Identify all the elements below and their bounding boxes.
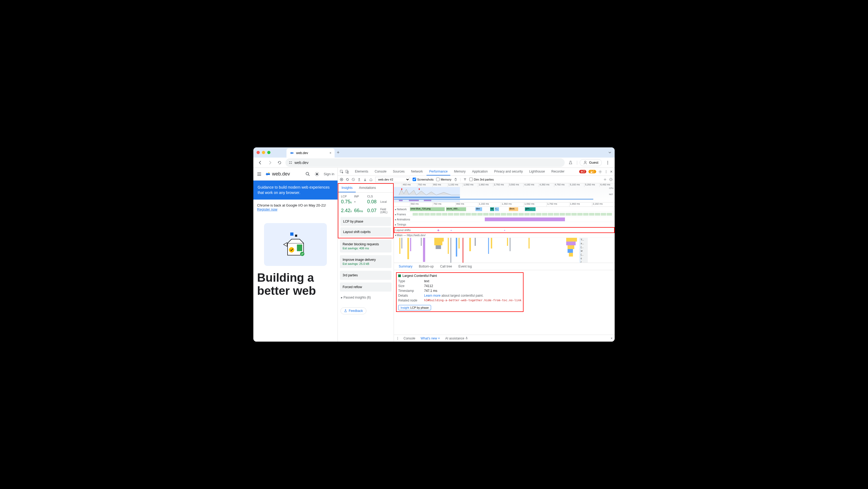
network-request[interactable]: ature_480... bbox=[446, 207, 466, 211]
devtools-tab-network[interactable]: Network bbox=[408, 168, 426, 175]
perf-timeline-panel: 492 ms792 ms992 ms1,192 ms1,592 ms1,992 … bbox=[394, 183, 615, 342]
kebab-icon[interactable] bbox=[604, 170, 608, 174]
insight-layout-shift[interactable]: Layout shift culprits bbox=[340, 227, 391, 236]
memory-checkbox[interactable]: Memory bbox=[436, 178, 452, 181]
svg-point-27 bbox=[604, 179, 606, 180]
devtools-tab-elements[interactable]: Elements bbox=[352, 168, 371, 175]
browser-tab[interactable]: web.dev × bbox=[286, 148, 335, 157]
network-track-label[interactable]: ▸ Network bbox=[394, 207, 410, 211]
download-icon[interactable] bbox=[364, 178, 367, 181]
close-tab-icon[interactable]: × bbox=[330, 151, 331, 155]
main-thread-flame[interactable]: T... x... (... Iz (... c (... F s... E bbox=[394, 238, 615, 263]
browser-menu-icon[interactable] bbox=[604, 159, 612, 166]
perf-settings-icon[interactable] bbox=[603, 178, 607, 181]
drawer-menu-icon[interactable] bbox=[396, 337, 399, 340]
flame-chart[interactable]: 592 ms792 ms992 ms1,192 ms1,392 ms1,592 … bbox=[394, 202, 615, 263]
inspect-icon[interactable] bbox=[340, 170, 344, 174]
labs-icon[interactable] bbox=[567, 159, 574, 166]
reload-button[interactable] bbox=[276, 159, 283, 166]
timeline-overview[interactable]: 492 ms792 ms992 ms1,192 ms1,592 ms1,992 … bbox=[394, 183, 615, 202]
close-window-button[interactable] bbox=[256, 151, 260, 154]
insight-render-blocking[interactable]: Render blocking requests Est savings: 40… bbox=[340, 240, 392, 253]
frames-track-label[interactable]: ▸ Frames bbox=[394, 212, 410, 217]
close-devtools-icon[interactable]: × bbox=[610, 169, 613, 174]
devtools-tab-memory[interactable]: Memory bbox=[452, 168, 468, 175]
new-tab-button[interactable]: + bbox=[337, 150, 340, 155]
devtools-tab-lighthouse[interactable]: Lighthouse bbox=[526, 168, 548, 175]
io-link[interactable]: Register now bbox=[257, 207, 277, 211]
back-button[interactable] bbox=[256, 159, 264, 166]
drawer-whatsnew-tab[interactable]: What's new × bbox=[420, 336, 441, 341]
error-count-badge[interactable]: ⊗2 bbox=[579, 170, 587, 173]
svg-rect-45 bbox=[434, 241, 442, 245]
svg-rect-41 bbox=[410, 238, 411, 251]
insight-3rd-parties[interactable]: 3rd parties bbox=[340, 271, 392, 280]
guest-profile-button[interactable]: Guest bbox=[580, 159, 602, 166]
insight-image-delivery[interactable]: Improve image delivery Est savings: 25.0… bbox=[340, 255, 392, 268]
drawer-close-icon[interactable]: × bbox=[611, 337, 613, 340]
help-icon[interactable]: ? bbox=[609, 178, 613, 181]
devtools-tab-recorder[interactable]: Recorder bbox=[549, 168, 567, 175]
main-track-label[interactable]: ▾ Main — https://web.dev/ bbox=[394, 233, 427, 237]
network-request[interactable]: gtm.... bbox=[525, 207, 535, 211]
dim-checkbox[interactable]: Dim 3rd parties bbox=[469, 178, 494, 181]
insights-tab[interactable]: Insights bbox=[338, 184, 356, 192]
gc-icon[interactable] bbox=[454, 178, 457, 181]
search-icon[interactable] bbox=[306, 172, 310, 177]
timings-track-label[interactable]: ▸ Timings bbox=[394, 222, 410, 227]
settings-icon[interactable] bbox=[598, 170, 602, 174]
calltree-tab[interactable]: Call tree bbox=[437, 263, 455, 269]
reload-record-icon[interactable] bbox=[346, 178, 349, 181]
screenshots-checkbox[interactable]: Screenshots bbox=[413, 178, 433, 181]
io-text: Chrome is back at Google I/O on May 20-2… bbox=[257, 203, 334, 207]
devtools-tab-sources[interactable]: Sources bbox=[390, 168, 407, 175]
devtools-tab-privacy-and-security[interactable]: Privacy and security bbox=[492, 168, 525, 175]
related-node-link[interactable]: h3#building-a-better-web-together.hide-f… bbox=[424, 298, 521, 302]
maximize-window-button[interactable] bbox=[267, 151, 271, 154]
devtools-tab-performance[interactable]: Performance bbox=[427, 168, 450, 175]
devtools-tab-application[interactable]: Application bbox=[469, 168, 490, 175]
learn-more-link[interactable]: Learn more bbox=[424, 294, 440, 297]
insight-pill[interactable]: Insight LCP by phase bbox=[398, 305, 431, 310]
network-request[interactable]: r... bbox=[495, 207, 499, 211]
eventlog-tab[interactable]: Event log bbox=[456, 263, 474, 269]
passed-insights-toggle[interactable]: ▸ Passed insights (6) bbox=[338, 293, 394, 302]
svg-rect-44 bbox=[434, 238, 444, 241]
network-request[interactable]: ne (w bbox=[490, 207, 494, 211]
site-settings-icon[interactable] bbox=[289, 161, 292, 165]
svg-rect-47 bbox=[447, 238, 449, 254]
record-icon[interactable] bbox=[340, 178, 343, 181]
annotations-tab[interactable]: Annotations bbox=[356, 184, 379, 192]
tab-list-button[interactable] bbox=[608, 151, 612, 154]
layout-shifts-track-label[interactable]: Layout shifts bbox=[395, 228, 416, 232]
minimize-window-button[interactable] bbox=[262, 151, 265, 154]
clear-icon[interactable] bbox=[352, 178, 355, 181]
insight-forced-reflow[interactable]: Forced reflow bbox=[340, 283, 392, 292]
home-icon[interactable] bbox=[369, 178, 373, 181]
feedback-button[interactable]: Feedback bbox=[340, 307, 366, 314]
drawer-ai-tab[interactable]: AI assistance bbox=[444, 336, 469, 341]
recording-selector[interactable]: web.dev #2 bbox=[375, 177, 410, 182]
device-icon[interactable] bbox=[345, 170, 349, 174]
drawer-console-tab[interactable]: Console bbox=[402, 336, 416, 341]
bottomup-tab[interactable]: Bottom-up bbox=[416, 263, 436, 269]
site-logo[interactable]: web.dev bbox=[265, 171, 290, 177]
forward-button[interactable] bbox=[266, 159, 274, 166]
warning-count-badge[interactable]: ◪1 bbox=[588, 170, 596, 173]
theme-icon[interactable] bbox=[314, 172, 319, 177]
hamburger-icon[interactable] bbox=[256, 171, 262, 177]
tab-bar: web.dev × + bbox=[253, 147, 615, 157]
network-request[interactable]: dev bbox=[475, 207, 482, 211]
address-bar[interactable]: web.dev bbox=[285, 159, 565, 167]
lcp-marker-icon bbox=[398, 275, 401, 277]
animations-track-label[interactable]: ▸ Animations bbox=[394, 217, 410, 222]
signin-link[interactable]: Sign in bbox=[323, 172, 334, 176]
network-request[interactable]: ome-blue_720.png bbox=[410, 207, 445, 211]
network-request[interactable]: devs bbox=[509, 207, 518, 211]
devtools-tab-console[interactable]: Console bbox=[372, 168, 389, 175]
summary-tab[interactable]: Summary bbox=[396, 263, 415, 269]
svg-rect-1 bbox=[291, 162, 292, 162]
filter-icon[interactable] bbox=[463, 178, 467, 181]
insight-lcp-phase[interactable]: LCP by phase bbox=[340, 217, 391, 226]
upload-icon[interactable] bbox=[358, 178, 361, 181]
